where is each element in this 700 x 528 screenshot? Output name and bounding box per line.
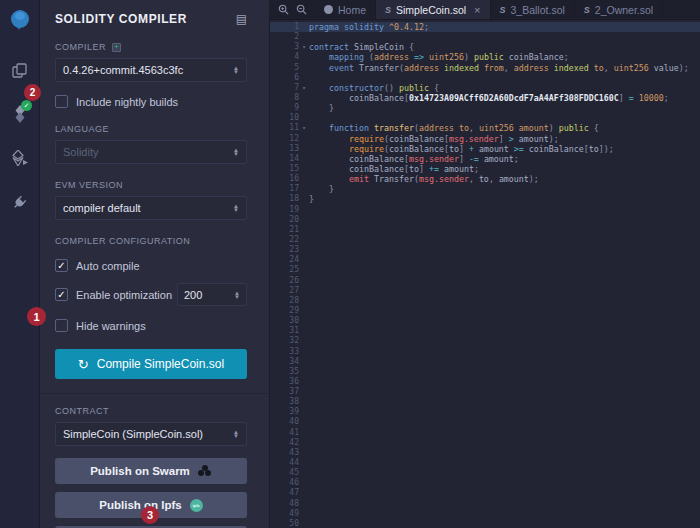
code-line[interactable]: 49: [270, 509, 700, 519]
code-line[interactable]: 12 require(coinBalance[msg.sender] > amo…: [270, 134, 700, 144]
code-line[interactable]: 35: [270, 367, 700, 377]
fold-gutter: [299, 488, 309, 498]
tab-home-label: Home: [338, 4, 366, 16]
code-line[interactable]: 46: [270, 478, 700, 488]
compiler-info-icon[interactable]: +: [112, 43, 121, 52]
code-line[interactable]: 23: [270, 245, 700, 255]
tab-home[interactable]: Home: [315, 0, 376, 19]
code-line[interactable]: 21: [270, 225, 700, 235]
code-line[interactable]: 16 emit Transfer(msg.sender, to, amount)…: [270, 174, 700, 184]
code-line[interactable]: 8 coinBalance[0x14723A09ACff6D2A60DcdF7a…: [270, 93, 700, 103]
line-number: 17: [270, 184, 299, 194]
code-line[interactable]: 5 event Transfer(address indexed from, a…: [270, 63, 700, 73]
code-lines[interactable]: 1pragma solidity ^0.4.12;23▾contract Sim…: [270, 20, 700, 528]
tab-ballot-label: 3_Ballot.sol: [511, 4, 565, 16]
code-line[interactable]: 20: [270, 215, 700, 225]
file-explorer-icon[interactable]: [7, 57, 33, 83]
code-line[interactable]: 40: [270, 417, 700, 427]
code-line[interactable]: 25: [270, 265, 700, 275]
code-line[interactable]: 26: [270, 276, 700, 286]
code-line[interactable]: 13 require(coinBalance[to] + amount >= c…: [270, 144, 700, 154]
fold-gutter: [299, 174, 309, 184]
auto-compile-checkbox[interactable]: ✓: [55, 259, 68, 272]
plugin-manager-icon[interactable]: [7, 189, 33, 215]
fold-arrow-icon[interactable]: ▾: [299, 83, 309, 93]
close-icon[interactable]: ×: [474, 4, 480, 16]
code-line[interactable]: 50: [270, 519, 700, 528]
code-line[interactable]: 31: [270, 326, 700, 336]
code-line[interactable]: 18}: [270, 194, 700, 204]
code-line[interactable]: 1pragma solidity ^0.4.12;: [270, 22, 700, 32]
code-line[interactable]: 39: [270, 407, 700, 417]
line-number: 28: [270, 296, 299, 306]
code-line[interactable]: 7▾ constructor() public {: [270, 83, 700, 93]
contract-select[interactable]: SimpleCoin (SimpleCoin.sol) ▲▼: [55, 422, 247, 446]
fold-arrow-icon[interactable]: ▾: [299, 42, 309, 52]
fold-gutter: [299, 154, 309, 164]
fold-gutter: [299, 164, 309, 174]
docs-icon[interactable]: ▤: [236, 12, 247, 26]
optimization-runs-input[interactable]: 200 ▲▼: [177, 283, 247, 306]
code-line[interactable]: 15 coinBalance[to] += amount;: [270, 164, 700, 174]
code-line[interactable]: 2: [270, 32, 700, 42]
tab-simplecoin[interactable]: S SimpleCoin.sol ×: [376, 0, 490, 19]
compiler-version-select[interactable]: 0.4.26+commit.4563c3fc ▲▼: [55, 58, 247, 82]
code-line[interactable]: 19: [270, 205, 700, 215]
fold-gutter: [299, 306, 309, 316]
code-line[interactable]: 27: [270, 286, 700, 296]
code-line[interactable]: 45: [270, 468, 700, 478]
line-number: 50: [270, 519, 299, 528]
optimization-checkbox[interactable]: ✓: [55, 288, 68, 301]
language-select[interactable]: Solidity ▲▼: [55, 140, 247, 164]
chevron-updown-icon: ▲▼: [234, 291, 240, 299]
auto-compile-row[interactable]: ✓ Auto compile: [55, 259, 247, 272]
code-line[interactable]: 43: [270, 448, 700, 458]
fold-gutter: [299, 296, 309, 306]
code-line[interactable]: 17 }: [270, 184, 700, 194]
fold-arrow-icon[interactable]: ▾: [299, 123, 309, 133]
code-line[interactable]: 41: [270, 428, 700, 438]
line-number: 16: [270, 174, 299, 184]
compile-button[interactable]: ↻ Compile SimpleCoin.sol: [55, 349, 247, 379]
zoom-in-icon[interactable]: [278, 4, 289, 15]
code-line[interactable]: 28: [270, 296, 700, 306]
code-line[interactable]: 29: [270, 306, 700, 316]
line-number: 37: [270, 387, 299, 397]
code-line[interactable]: 10: [270, 113, 700, 123]
code-line[interactable]: 6: [270, 73, 700, 83]
code-line[interactable]: 22: [270, 235, 700, 245]
nightly-checkbox[interactable]: [55, 95, 68, 108]
evm-version-select[interactable]: compiler default ▲▼: [55, 196, 247, 220]
code-line[interactable]: 48: [270, 499, 700, 509]
code-line[interactable]: 42: [270, 438, 700, 448]
remix-logo-icon[interactable]: [7, 7, 33, 33]
line-number: 20: [270, 215, 299, 225]
publish-swarm-button[interactable]: Publish on Swarm: [55, 458, 247, 484]
code-line[interactable]: 44: [270, 458, 700, 468]
code-line[interactable]: 3▾contract SimpleCoin {: [270, 42, 700, 52]
zoom-out-icon[interactable]: [296, 4, 307, 15]
code-line[interactable]: 34: [270, 357, 700, 367]
code-line[interactable]: 11▾ function transfer(address to, uint25…: [270, 123, 700, 133]
code-line[interactable]: 38: [270, 397, 700, 407]
code-line[interactable]: 9 }: [270, 103, 700, 113]
code-line[interactable]: 32: [270, 336, 700, 346]
code-line[interactable]: 33: [270, 347, 700, 357]
deploy-run-icon[interactable]: [7, 145, 33, 171]
tab-owner[interactable]: S 2_Owner.sol: [575, 0, 663, 19]
fold-gutter: [299, 347, 309, 357]
hide-warnings-checkbox[interactable]: [55, 319, 68, 332]
code-line[interactable]: 47: [270, 488, 700, 498]
code-line[interactable]: 4 mapping (address => uint256) public co…: [270, 52, 700, 62]
code-line[interactable]: 24: [270, 255, 700, 265]
code-line[interactable]: 30: [270, 316, 700, 326]
code-line[interactable]: 37: [270, 387, 700, 397]
code-line[interactable]: 14 coinBalance[msg.sender] -= amount;: [270, 154, 700, 164]
line-number: 23: [270, 245, 299, 255]
compiler-label: COMPILER: [55, 42, 106, 52]
evm-version-label: EVM VERSION: [55, 180, 123, 190]
hide-warnings-row[interactable]: Hide warnings: [55, 319, 247, 332]
tab-ballot[interactable]: S 3_Ballot.sol: [491, 0, 575, 19]
nightly-builds-row[interactable]: Include nightly builds: [55, 95, 247, 108]
code-line[interactable]: 36: [270, 377, 700, 387]
